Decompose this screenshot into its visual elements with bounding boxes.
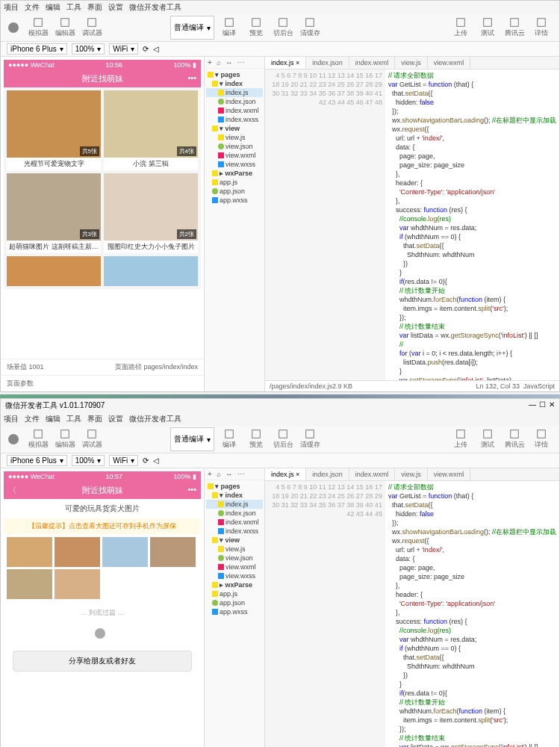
tree-item[interactable]: app.js: [206, 589, 263, 598]
tree-item[interactable]: index.wxml: [206, 106, 263, 115]
menu-item[interactable]: 界面: [87, 2, 102, 13]
code-editor[interactable]: 4 5 6 7 8 9 10 11 12 13 14 15 16 17 18 1…: [265, 69, 559, 380]
tree-item[interactable]: view.json: [206, 142, 263, 151]
tree-item[interactable]: ▾ pages: [206, 70, 263, 79]
simulator-toggle[interactable]: 模拟器: [26, 427, 50, 451]
minimize-icon[interactable]: —: [529, 400, 536, 411]
rotate-icon[interactable]: ⟳: [143, 456, 149, 465]
tree-item[interactable]: index.wxml: [206, 518, 263, 527]
editor-tab[interactable]: view.js: [395, 57, 428, 69]
image-card[interactable]: [7, 256, 101, 286]
clear[interactable]: 清缓存: [298, 427, 322, 451]
cloud[interactable]: 腾讯云: [503, 427, 526, 451]
tree-item[interactable]: view.wxml: [206, 562, 263, 571]
editor-tab[interactable]: view.js: [395, 468, 428, 480]
device-select[interactable]: iPhone 6 Plus▾: [7, 455, 67, 466]
share-button[interactable]: 分享给朋友或者好友: [13, 651, 192, 672]
search-icon[interactable]: ⌕: [217, 58, 221, 66]
upload[interactable]: 上传: [449, 16, 473, 40]
menu-item[interactable]: 文件: [25, 2, 40, 13]
tree-item[interactable]: app.wxss: [206, 196, 263, 205]
upload[interactable]: 上传: [449, 427, 473, 451]
menu-item[interactable]: 工具: [66, 414, 81, 424]
thumbnail[interactable]: [55, 537, 100, 567]
tree-item[interactable]: ▸ wxParse: [206, 169, 263, 178]
menu-item[interactable]: 编辑: [46, 414, 60, 424]
menu-item[interactable]: 项目: [4, 414, 19, 424]
tree-item[interactable]: view.wxss: [206, 571, 263, 580]
zoom-select[interactable]: 100%▾: [72, 455, 105, 466]
detail[interactable]: 详情: [529, 16, 553, 40]
thumbnail[interactable]: [150, 537, 196, 567]
back-icon[interactable]: 〈: [8, 485, 16, 496]
more-icon[interactable]: ⋯: [237, 58, 245, 66]
tree-item[interactable]: index.js: [206, 500, 263, 509]
editor-toggle[interactable]: 编辑器: [53, 427, 77, 451]
more-icon[interactable]: •••: [187, 73, 196, 82]
tree-item[interactable]: app.wxss: [206, 607, 263, 616]
thumbnail[interactable]: [102, 537, 148, 567]
compile[interactable]: 编译: [217, 16, 241, 40]
tree-item[interactable]: app.json: [206, 598, 263, 607]
debugger-toggle[interactable]: 调试器: [80, 16, 104, 40]
back[interactable]: 切后台: [271, 427, 295, 451]
thumbnail[interactable]: [55, 569, 100, 599]
rotate-icon[interactable]: ⟳: [143, 45, 149, 53]
more-icon[interactable]: •••: [187, 485, 196, 494]
editor-tab[interactable]: index.json: [306, 57, 349, 69]
tree-item[interactable]: ▾ view: [206, 536, 263, 545]
editor-tab[interactable]: index.js ×: [265, 57, 306, 69]
image-card[interactable]: 共2张囤图印红史大力小小兔子图片: [104, 173, 198, 253]
editor-tab[interactable]: index.js ×: [265, 468, 306, 480]
expand-icon[interactable]: ↔: [225, 58, 233, 66]
tree-item[interactable]: index.wxss: [206, 527, 263, 536]
back-icon[interactable]: ◁: [153, 45, 159, 53]
cloud[interactable]: 腾讯云: [503, 16, 526, 40]
image-card[interactable]: 共5张光棍节可爱宠物文字: [7, 90, 101, 170]
code-editor[interactable]: 4 5 6 7 8 9 10 11 12 13 14 15 16 17 18 1…: [265, 481, 559, 747]
tree-item[interactable]: index.wxss: [206, 115, 263, 124]
clear[interactable]: 清缓存: [298, 16, 322, 40]
tree-item[interactable]: ▾ index: [206, 491, 263, 500]
preview[interactable]: 预览: [244, 427, 268, 451]
back[interactable]: 切后台: [271, 16, 295, 40]
simulator-toggle[interactable]: 模拟器: [26, 16, 50, 40]
preview[interactable]: 预览: [244, 16, 268, 40]
editor-tab[interactable]: view.wxml: [428, 468, 471, 480]
tree-item[interactable]: view.js: [206, 133, 263, 142]
tree-item[interactable]: app.js: [206, 178, 263, 187]
image-card[interactable]: 共4张小浣 第三辑: [104, 90, 198, 170]
menu-item[interactable]: 微信开发者工具: [129, 2, 181, 13]
menu-item[interactable]: 工具: [66, 2, 81, 13]
tree-item[interactable]: ▾ index: [206, 79, 263, 88]
editor-toggle[interactable]: 编辑器: [53, 16, 77, 40]
tree-item[interactable]: index.json: [206, 97, 263, 106]
tree-item[interactable]: view.json: [206, 554, 263, 562]
editor-tab[interactable]: index.wxml: [349, 468, 396, 480]
test[interactable]: 测试: [476, 16, 500, 40]
menu-item[interactable]: 编辑: [46, 2, 60, 13]
thumbnail[interactable]: [7, 537, 52, 567]
device-select[interactable]: iPhone 6 Plus▾: [7, 43, 67, 55]
menu-item[interactable]: 设置: [108, 414, 123, 424]
thumbnail[interactable]: [7, 569, 52, 599]
compile-mode-select[interactable]: 普通编译▾: [170, 427, 214, 451]
zoom-select[interactable]: 100%▾: [72, 43, 105, 55]
back-icon[interactable]: ◁: [153, 456, 159, 465]
image-card[interactable]: 共3张超萌猫咪图片 这副呀稿主新…: [7, 173, 101, 253]
tree-item[interactable]: view.wxml: [206, 151, 263, 160]
compile-mode-select[interactable]: 普通编译▾: [170, 16, 214, 40]
maximize-icon[interactable]: ☐: [539, 400, 546, 411]
tree-item[interactable]: ▸ wxParse: [206, 580, 263, 589]
tree-item[interactable]: index.js: [206, 88, 263, 97]
menu-item[interactable]: 界面: [87, 414, 102, 424]
menu-item[interactable]: 设置: [108, 2, 123, 13]
tree-item[interactable]: ▾ view: [206, 124, 263, 133]
editor-tab[interactable]: index.json: [306, 468, 349, 480]
menu-item[interactable]: 微信开发者工具: [129, 414, 181, 424]
search-icon[interactable]: ⌕: [217, 470, 221, 478]
debugger-toggle[interactable]: 调试器: [80, 427, 104, 451]
tree-item[interactable]: app.json: [206, 187, 263, 196]
menu-item[interactable]: 项目: [4, 2, 19, 13]
more-icon[interactable]: ⋯: [237, 470, 245, 478]
